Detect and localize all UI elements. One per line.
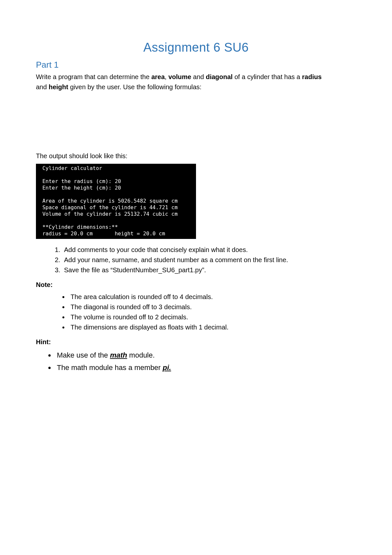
text: Make use of the [57,351,110,359]
bold-volume: volume [168,73,191,80]
list-item: The math module has a member pi. [55,362,356,374]
hint-heading: Hint: [36,338,356,346]
bold-diagonal: diagonal [206,73,233,80]
emph-math: math [110,351,127,359]
bold-height: height [49,83,68,91]
notes-list: The area calculation is rounded off to 4… [69,292,356,332]
formula-placeholder [36,93,356,152]
intro-paragraph: Write a program that can determine the a… [36,73,356,81]
page-title: Assignment 6 SU6 [36,39,356,56]
hints-list: Make use of the math module. The math mo… [55,349,356,374]
steps-list: Add comments to your code that concisely… [62,245,356,275]
note-colon: : [50,281,53,288]
text: and [36,83,49,91]
text: and [191,73,205,80]
intro-paragraph-line2: and height given by the user. Use the fo… [36,83,356,92]
text: of a cylinder that has a [233,73,302,80]
list-item: The dimensions are displayed as floats w… [69,322,356,332]
list-item: The area calculation is rounded off to 4… [69,292,356,302]
list-item: The volume is rounded off to 2 decimals. [69,312,356,322]
part-heading: Part 1 [36,59,356,71]
text: , [165,73,168,80]
list-item: Save the file as “StudentNumber_SU6_part… [62,265,356,275]
hint-label-bold: Hint: [36,338,51,345]
list-item: The diagonal is rounded off to 3 decimal… [69,302,356,312]
list-item: Add comments to your code that concisely… [62,245,356,255]
list-item: Add your name, surname, and student numb… [62,255,356,265]
text: The math module has a member [57,363,163,372]
text: given by the user. Use the following for… [68,83,202,91]
text: Write a program that can determine the [36,73,151,80]
note-label-bold: Note [36,281,50,288]
console-output: Cylinder calculator Enter the radius (cm… [36,164,196,239]
list-item: Make use of the math module. [55,349,356,362]
bold-area: area [151,73,165,80]
text: module. [127,351,155,359]
note-heading: Note: [36,280,356,289]
emph-pi: pi. [163,363,171,372]
output-label: The output should look like this: [36,152,356,160]
bold-radius: radius [302,73,322,80]
